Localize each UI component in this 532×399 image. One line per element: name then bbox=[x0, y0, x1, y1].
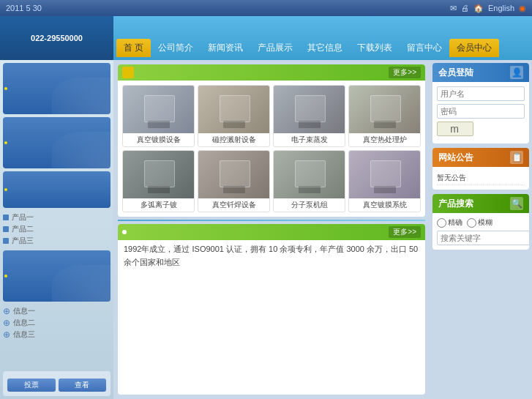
password-input[interactable] bbox=[437, 104, 525, 119]
view-button[interactable]: 查看 bbox=[59, 379, 107, 392]
product-item-5[interactable]: 多弧离子镀 bbox=[122, 150, 195, 212]
search-input[interactable] bbox=[437, 231, 529, 245]
product-name-5: 多弧离子镀 bbox=[123, 198, 194, 212]
product-name-3: 电子束蒸发 bbox=[274, 133, 345, 146]
nav-item-home[interactable]: 首 页 bbox=[116, 39, 151, 57]
product-name-2: 磁控溅射设备 bbox=[198, 133, 269, 146]
content-wrapper: 产品一 产品二 产品三 ⊕ 信息一 ⊕ 信息二 bbox=[0, 60, 532, 399]
info-content: 1992年成立，通过 ISO9001 认证，拥有 10 余项专利，年产值 300… bbox=[118, 240, 425, 272]
product-img-5 bbox=[123, 151, 194, 198]
product-img-1 bbox=[123, 86, 194, 133]
products-icon bbox=[122, 67, 134, 78]
nav-item-member[interactable]: 会员中心 bbox=[449, 39, 499, 57]
search-radio-exact[interactable] bbox=[437, 218, 446, 228]
sidebar-link-2[interactable]: 产品二 bbox=[3, 224, 110, 234]
member-login-header: 会员登陆 👤 bbox=[432, 63, 529, 82]
product-grid: 真空镀膜设备 磁控溅射设备 电子束蒸发 bbox=[118, 81, 425, 217]
left-sidebar: 产品一 产品二 产品三 ⊕ 信息一 ⊕ 信息二 bbox=[0, 60, 113, 399]
search-option-exact[interactable]: 精确 bbox=[437, 217, 462, 228]
products-section: 更多>> 真空镀膜设备 磁控溅射设备 bbox=[118, 64, 425, 217]
notice-item-1[interactable]: 暂无公告 bbox=[437, 171, 525, 185]
phone-number: 022-29550000 bbox=[31, 34, 83, 42]
nav-item-news[interactable]: 新闻资讯 bbox=[201, 39, 250, 57]
rss-icon[interactable]: ◉ bbox=[519, 4, 526, 13]
nav-item-download[interactable]: 下载列表 bbox=[350, 39, 400, 57]
sidebar-block-4 bbox=[3, 250, 110, 302]
member-login-title: 会员登陆 bbox=[438, 67, 473, 79]
sidebar-link-5[interactable]: ⊕ 信息二 bbox=[3, 318, 110, 328]
username-input[interactable] bbox=[437, 86, 525, 101]
sidebar-block-2 bbox=[3, 117, 110, 168]
product-item-6[interactable]: 真空钎焊设备 bbox=[198, 150, 270, 212]
product-item-8[interactable]: 真空镀膜系统 bbox=[348, 150, 421, 212]
product-img-6 bbox=[198, 151, 269, 198]
nav-item-about[interactable]: 公司简介 bbox=[151, 39, 201, 57]
sidebar-indicator-2 bbox=[4, 141, 7, 144]
product-img-3 bbox=[274, 86, 345, 133]
plus-icon-2: ⊕ bbox=[3, 318, 10, 328]
product-item-3[interactable]: 电子束蒸发 bbox=[273, 85, 345, 147]
search-options: 精确 模糊 bbox=[437, 217, 525, 228]
info-section: 更多>> 1992年成立，通过 ISO9001 认证，拥有 10 余项专利，年产… bbox=[118, 224, 425, 395]
top-icons: ✉ 🖨 🏠 English ◉ bbox=[450, 4, 526, 13]
member-login-body: m bbox=[432, 82, 529, 143]
info-dot bbox=[122, 230, 127, 234]
info-more[interactable]: 更多>> bbox=[389, 226, 421, 238]
products-more[interactable]: 更多>> bbox=[389, 67, 421, 78]
product-name-4: 真空热处理炉 bbox=[349, 133, 420, 146]
date-display: 2011 5 30 bbox=[6, 4, 450, 12]
sidebar-indicator-1 bbox=[4, 87, 7, 90]
nav-item-products[interactable]: 产品展示 bbox=[250, 39, 300, 57]
company-description: 1992年成立，通过 ISO9001 认证，拥有 10 余项专利，年产值 300… bbox=[124, 245, 418, 266]
plus-icon: ⊕ bbox=[3, 306, 10, 316]
top-bar: 2011 5 30 ✉ 🖨 🏠 English ◉ bbox=[0, 0, 532, 16]
search-title: 产品搜索 bbox=[438, 198, 473, 210]
right-sidebar: 会员登陆 👤 m 网站公告 📋 暂无公告 产品搜 bbox=[430, 60, 532, 399]
nav-item-message[interactable]: 留言中心 bbox=[400, 39, 449, 57]
product-item-1[interactable]: 真空镀膜设备 bbox=[122, 85, 195, 147]
product-name-6: 真空钎焊设备 bbox=[198, 198, 269, 212]
product-item-2[interactable]: 磁控溅射设备 bbox=[198, 85, 270, 147]
search-input-row: ▶ bbox=[437, 231, 525, 245]
product-name-1: 真空镀膜设备 bbox=[123, 133, 194, 146]
sidebar-block-3 bbox=[3, 171, 110, 208]
product-img-7 bbox=[274, 151, 345, 198]
captcha-display: m bbox=[437, 122, 473, 136]
captcha-row: m bbox=[437, 122, 525, 136]
products-header: 更多>> bbox=[118, 64, 425, 81]
sidebar-block-1 bbox=[3, 63, 110, 114]
home-icon[interactable]: 🏠 bbox=[473, 4, 484, 13]
search-header: 产品搜索 🔍 bbox=[432, 194, 529, 213]
sidebar-link-4[interactable]: ⊕ 信息一 bbox=[3, 306, 110, 316]
product-name-7: 分子泵机组 bbox=[274, 198, 345, 212]
search-block: 产品搜索 🔍 精确 模糊 ▶ bbox=[432, 194, 529, 250]
vote-area: 投票 查看 bbox=[3, 371, 110, 396]
sidebar-indicator-3 bbox=[4, 188, 7, 191]
plus-icon-3: ⊕ bbox=[3, 329, 10, 340]
mail-icon[interactable]: ✉ bbox=[450, 4, 457, 13]
product-img-8 bbox=[349, 151, 420, 198]
product-item-4[interactable]: 真空热处理炉 bbox=[348, 85, 421, 147]
search-body: 精确 模糊 ▶ bbox=[432, 213, 529, 250]
logo-area: 022-29550000 bbox=[0, 16, 113, 60]
search-radio-fuzzy[interactable] bbox=[467, 218, 476, 228]
vote-button[interactable]: 投票 bbox=[7, 379, 56, 392]
sidebar-link-1[interactable]: 产品一 bbox=[3, 212, 110, 223]
nav-bar: 首 页 公司简介 新闻资讯 产品展示 其它信息 下载列表 留言中心 会员中心 bbox=[113, 16, 532, 60]
product-name-8: 真空镀膜系统 bbox=[349, 198, 420, 212]
sidebar-link-3[interactable]: 产品三 bbox=[3, 236, 110, 246]
search-icon: 🔍 bbox=[510, 197, 523, 210]
sidebar-indicator-4 bbox=[4, 275, 7, 277]
member-login-icon: 👤 bbox=[510, 66, 523, 79]
product-img-4 bbox=[349, 86, 420, 133]
notice-block: 网站公告 📋 暂无公告 bbox=[432, 148, 529, 190]
nav-item-other[interactable]: 其它信息 bbox=[300, 39, 350, 57]
notice-header: 网站公告 📋 bbox=[432, 148, 529, 167]
search-option-fuzzy[interactable]: 模糊 bbox=[467, 217, 492, 228]
product-item-7[interactable]: 分子泵机组 bbox=[273, 150, 345, 212]
print-icon[interactable]: 🖨 bbox=[461, 4, 469, 12]
notice-icon: 📋 bbox=[510, 151, 523, 164]
header: 022-29550000 首 页 公司简介 新闻资讯 产品展示 其它信息 下载列… bbox=[0, 16, 532, 60]
sidebar-link-6[interactable]: ⊕ 信息三 bbox=[3, 329, 110, 340]
english-label[interactable]: English bbox=[488, 4, 514, 12]
